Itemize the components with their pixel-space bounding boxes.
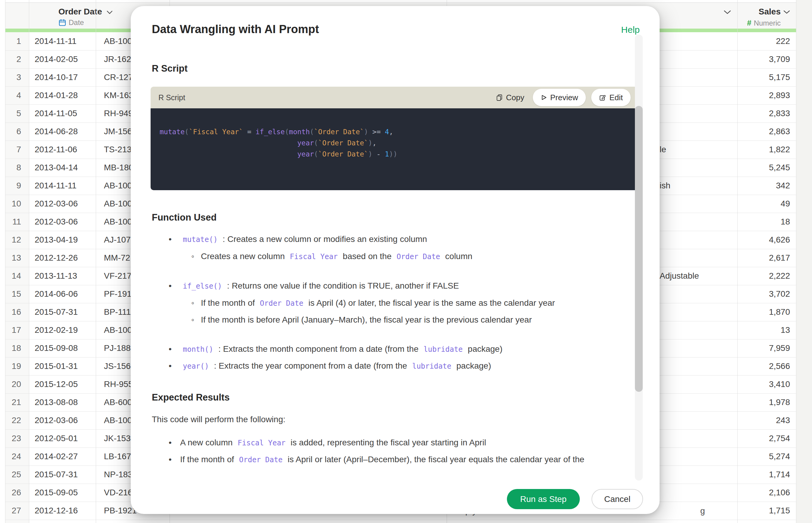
column-header-hidden[interactable] bbox=[722, 3, 737, 29]
order-date-cell[interactable]: 2015-12-05 bbox=[35, 375, 102, 393]
row-number-cell[interactable]: 16 bbox=[5, 303, 21, 321]
list-item: •If the month of Order Date is April or … bbox=[169, 454, 623, 465]
order-date-cell[interactable]: 2015-01-31 bbox=[35, 357, 102, 375]
preview-button[interactable]: Preview bbox=[533, 89, 586, 106]
sales-cell[interactable]: 342 bbox=[737, 177, 790, 195]
sales-cell[interactable]: 5,274 bbox=[737, 448, 790, 466]
order-date-cell[interactable]: 2012-03-06 bbox=[35, 195, 102, 213]
order-date-cell[interactable]: 2012-03-06 bbox=[35, 411, 102, 429]
order-date-cell[interactable]: 2014-11-11 bbox=[35, 32, 102, 50]
sales-cell[interactable]: 4,626 bbox=[737, 231, 790, 249]
hidden-column-cell[interactable]: Adjustable bbox=[660, 267, 736, 285]
row-number-cell[interactable]: 6 bbox=[5, 123, 21, 141]
row-number-cell[interactable]: 10 bbox=[5, 195, 21, 213]
order-date-cell[interactable]: 2014-02-27 bbox=[35, 448, 102, 466]
row-number-cell[interactable]: 18 bbox=[5, 339, 21, 357]
row-number-cell[interactable]: 20 bbox=[5, 375, 21, 393]
sales-cell[interactable]: 2,106 bbox=[737, 484, 790, 502]
row-number-cell[interactable]: 17 bbox=[5, 321, 21, 339]
order-date-cell[interactable]: 2013-08-08 bbox=[35, 393, 102, 411]
cancel-button[interactable]: Cancel bbox=[591, 489, 643, 509]
row-number-cell[interactable]: 12 bbox=[5, 231, 21, 249]
sales-cell[interactable]: 49 bbox=[737, 195, 790, 213]
order-date-cell[interactable]: 2014-06-06 bbox=[35, 285, 102, 303]
column-header-sales[interactable]: Sales # Numeric bbox=[737, 3, 796, 29]
order-date-cell[interactable]: 2012-05-01 bbox=[35, 429, 102, 448]
run-as-step-button[interactable]: Run as Step bbox=[507, 489, 580, 509]
sales-cell[interactable]: 5,245 bbox=[737, 159, 790, 177]
row-number-cell[interactable]: 9 bbox=[5, 177, 21, 195]
sales-cell[interactable]: 2,754 bbox=[737, 429, 790, 448]
order-date-cell[interactable]: 2012-12-16 bbox=[35, 502, 102, 520]
order-date-cell[interactable]: 2015-07-31 bbox=[35, 303, 102, 321]
row-number-cell[interactable]: 4 bbox=[5, 86, 21, 104]
sales-cell[interactable]: 1,822 bbox=[737, 141, 790, 159]
row-number-cell[interactable]: 22 bbox=[5, 411, 21, 429]
sales-cell[interactable]: 243 bbox=[737, 411, 790, 429]
row-number-cell[interactable]: 2 bbox=[5, 50, 21, 68]
sales-cell[interactable]: 1,714 bbox=[737, 466, 790, 484]
order-date-cell[interactable]: 2012-02-19 bbox=[35, 321, 102, 339]
sales-cell[interactable]: 2,617 bbox=[737, 249, 790, 267]
row-number-cell[interactable]: 21 bbox=[5, 393, 21, 411]
sales-cell[interactable]: 2,566 bbox=[737, 357, 790, 375]
order-date-cell[interactable]: 2013-04-14 bbox=[35, 159, 102, 177]
order-date-cell[interactable]: 2014-06-28 bbox=[35, 123, 102, 141]
row-number-cell[interactable]: 14 bbox=[5, 267, 21, 285]
row-number-cell[interactable]: 15 bbox=[5, 285, 21, 303]
order-date-cell[interactable]: 2013-04-19 bbox=[35, 231, 102, 249]
order-date-cell[interactable]: 2014-02-05 bbox=[35, 50, 102, 68]
modal-scrollbar-thumb[interactable] bbox=[635, 106, 643, 392]
order-date-cell[interactable]: 2012-12-26 bbox=[35, 249, 102, 267]
sales-cell[interactable]: 222 bbox=[737, 32, 790, 50]
edit-button[interactable]: Edit bbox=[591, 89, 631, 106]
column-header-order-date[interactable]: Order Date Date bbox=[29, 3, 96, 29]
order-date-cell[interactable]: 2014-11-11 bbox=[35, 177, 102, 195]
bullet-icon: ◦ bbox=[191, 314, 201, 325]
row-number-cell[interactable]: 8 bbox=[5, 159, 21, 177]
order-date-cell[interactable]: 2015-09-08 bbox=[35, 339, 102, 357]
order-date-cell[interactable]: 2015-09-05 bbox=[35, 484, 102, 502]
list-item-text: : Creates a new column or modifies an ex… bbox=[221, 234, 427, 244]
sales-cell[interactable]: 1,715 bbox=[737, 502, 790, 520]
row-number-cell[interactable]: 27 bbox=[5, 502, 21, 520]
copy-button[interactable]: Copy bbox=[493, 93, 528, 102]
hidden-column-cell[interactable]: le bbox=[660, 141, 736, 159]
order-date-cell[interactable]: 2014-10-17 bbox=[35, 68, 102, 86]
order-date-cell[interactable]: 2013-11-13 bbox=[35, 267, 102, 285]
sales-cell[interactable]: 3,410 bbox=[737, 375, 790, 393]
row-number-cell[interactable]: 5 bbox=[5, 104, 21, 123]
order-date-cell[interactable]: 2014-11-05 bbox=[35, 104, 102, 123]
order-date-cell[interactable]: 2014-01-28 bbox=[35, 86, 102, 104]
row-number-cell[interactable]: 26 bbox=[5, 484, 21, 502]
row-number-cell[interactable]: 1 bbox=[5, 32, 21, 50]
row-number-cell[interactable]: 7 bbox=[5, 141, 21, 159]
row-number-cell[interactable]: 24 bbox=[5, 448, 21, 466]
row-number-cell[interactable]: 3 bbox=[5, 68, 21, 86]
sales-cell[interactable]: 3,702 bbox=[737, 285, 790, 303]
row-number-cell[interactable]: 25 bbox=[5, 466, 21, 484]
sales-cell[interactable]: 2,863 bbox=[737, 123, 790, 141]
sales-cell[interactable]: 2,893 bbox=[737, 86, 790, 104]
chevron-down-icon[interactable] bbox=[783, 10, 790, 15]
bullet-icon: • bbox=[169, 454, 180, 465]
order-date-cell[interactable]: 2012-03-06 bbox=[35, 213, 102, 231]
sales-cell[interactable]: 5,175 bbox=[737, 68, 790, 86]
row-number-cell[interactable]: 13 bbox=[5, 249, 21, 267]
sales-cell[interactable]: 2,833 bbox=[737, 104, 790, 123]
chevron-down-icon[interactable] bbox=[723, 10, 731, 15]
order-date-cell[interactable]: 2012-11-06 bbox=[35, 141, 102, 159]
sales-cell[interactable]: 1,978 bbox=[737, 393, 790, 411]
sales-cell[interactable]: 13 bbox=[737, 321, 790, 339]
help-link[interactable]: Help bbox=[621, 25, 640, 35]
hidden-column-cell[interactable]: ish bbox=[660, 177, 736, 195]
row-number-cell[interactable]: 23 bbox=[5, 429, 21, 448]
row-number-cell[interactable]: 11 bbox=[5, 213, 21, 231]
order-date-cell[interactable]: 2015-07-31 bbox=[35, 466, 102, 484]
sales-cell[interactable]: 2,222 bbox=[737, 267, 790, 285]
sales-cell[interactable]: 18 bbox=[737, 213, 790, 231]
row-number-cell[interactable]: 19 bbox=[5, 357, 21, 375]
sales-cell[interactable]: 1,870 bbox=[737, 303, 790, 321]
sales-cell[interactable]: 3,709 bbox=[737, 50, 790, 68]
sales-cell[interactable]: 7,959 bbox=[737, 339, 790, 357]
